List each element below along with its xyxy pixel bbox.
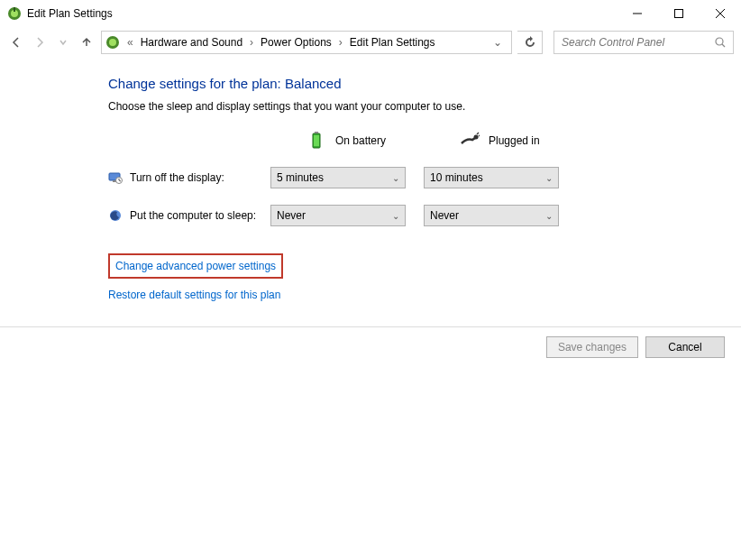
power-options-icon — [7, 6, 22, 21]
restore-defaults-link[interactable]: Restore default settings for this plan — [108, 284, 741, 306]
maximize-button[interactable] — [658, 0, 700, 27]
column-headers: On battery Plugged in — [108, 131, 741, 151]
titlebar: Edit Plan Settings — [0, 0, 741, 27]
display-plugged-select[interactable]: 10 minutes ⌄ — [424, 167, 559, 188]
battery-icon — [306, 131, 326, 151]
forward-button[interactable] — [31, 33, 49, 51]
control-panel-icon — [105, 35, 120, 50]
breadcrumb[interactable]: « Hardware and Sound › Power Options › E… — [101, 31, 512, 54]
back-button[interactable] — [7, 33, 25, 51]
page-heading: Change settings for the plan: Balanced — [108, 76, 741, 91]
select-value: Never — [277, 209, 392, 222]
minimize-button[interactable] — [617, 0, 658, 27]
plugged-column-label: Plugged in — [489, 134, 540, 147]
chevron-left-icon: « — [125, 36, 135, 49]
sleep-row-label: Put the computer to sleep: — [130, 209, 256, 222]
save-button[interactable]: Save changes — [546, 336, 638, 358]
battery-column-label: On battery — [335, 134, 386, 147]
display-icon — [108, 170, 123, 185]
content-area: Change settings for the plan: Balanced C… — [0, 58, 741, 306]
up-button[interactable] — [78, 33, 96, 51]
advanced-settings-link[interactable]: Change advanced power settings — [115, 260, 276, 272]
chevron-down-icon: ⌄ — [392, 211, 399, 221]
svg-line-16 — [479, 134, 480, 136]
sleep-row: Put the computer to sleep: Never ⌄ Never… — [108, 205, 741, 226]
select-value: Never — [430, 209, 545, 222]
chevron-right-icon: › — [337, 36, 344, 49]
svg-line-10 — [722, 44, 725, 47]
breadcrumb-item[interactable]: Hardware and Sound — [137, 34, 246, 50]
svg-point-8 — [109, 39, 116, 46]
chevron-down-icon[interactable]: ⌄ — [488, 36, 508, 49]
svg-point-9 — [716, 38, 723, 45]
sleep-plugged-select[interactable]: Never ⌄ — [424, 205, 559, 226]
chevron-down-icon: ⌄ — [545, 173, 553, 183]
svg-rect-4 — [675, 10, 683, 18]
breadcrumb-item[interactable]: Edit Plan Settings — [346, 34, 439, 50]
svg-point-14 — [474, 135, 479, 140]
display-battery-select[interactable]: 5 minutes ⌄ — [270, 167, 406, 188]
sleep-icon — [108, 208, 123, 223]
close-button[interactable] — [700, 0, 741, 27]
svg-rect-12 — [315, 132, 318, 133]
chevron-right-icon: › — [248, 36, 255, 49]
sleep-battery-select[interactable]: Never ⌄ — [270, 205, 406, 226]
cancel-button[interactable]: Cancel — [645, 336, 725, 358]
breadcrumb-item[interactable]: Power Options — [257, 34, 335, 50]
svg-rect-2 — [14, 7, 15, 12]
search-input[interactable] — [562, 36, 715, 49]
chevron-down-icon: ⌄ — [392, 173, 399, 183]
highlighted-link-box: Change advanced power settings — [108, 253, 283, 279]
search-box[interactable] — [553, 31, 734, 54]
footer-buttons: Save changes Cancel — [0, 326, 741, 367]
svg-line-15 — [477, 133, 479, 134]
chevron-down-icon: ⌄ — [545, 211, 553, 221]
svg-rect-13 — [314, 135, 319, 146]
plug-icon — [460, 131, 480, 151]
window-controls — [617, 0, 741, 27]
select-value: 5 minutes — [277, 171, 392, 184]
display-row-label: Turn off the display: — [130, 171, 224, 184]
select-value: 10 minutes — [430, 171, 545, 184]
navigation-bar: « Hardware and Sound › Power Options › E… — [0, 27, 741, 58]
page-subheading: Choose the sleep and display settings th… — [108, 100, 741, 113]
display-row: Turn off the display: 5 minutes ⌄ 10 min… — [108, 167, 741, 188]
window-title: Edit Plan Settings — [27, 7, 617, 20]
links-section: Change advanced power settings Restore d… — [108, 253, 741, 306]
recent-dropdown[interactable] — [54, 33, 72, 51]
search-icon — [715, 37, 726, 48]
refresh-button[interactable] — [517, 31, 543, 54]
